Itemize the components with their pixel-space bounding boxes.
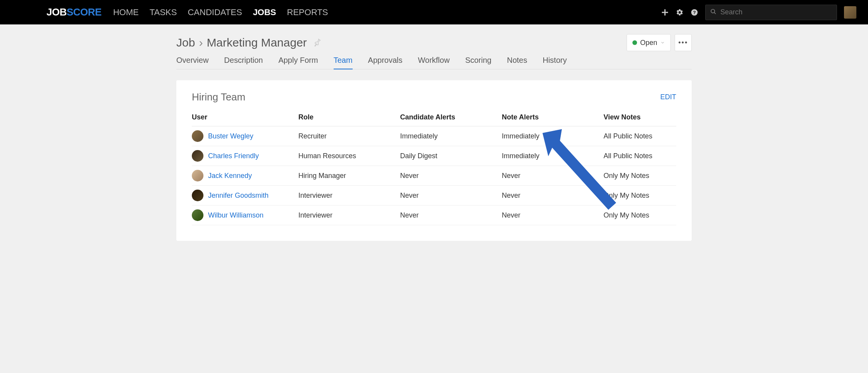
more-button[interactable]: •••: [675, 34, 692, 51]
breadcrumb-root[interactable]: Job: [176, 36, 195, 49]
status-label: Open: [640, 39, 657, 47]
user-link[interactable]: Wilbur Williamson: [208, 211, 264, 219]
column-header: Role: [298, 110, 400, 126]
cell-view-notes: Only My Notes: [604, 186, 677, 205]
status-dropdown[interactable]: Open: [627, 34, 671, 51]
search-icon: [710, 9, 716, 16]
cell-view-notes: All Public Notes: [604, 146, 677, 166]
cell-note-alerts: Immediately: [502, 126, 604, 146]
user-cell: Charles Friendly: [192, 146, 298, 166]
user-avatar-icon: [192, 209, 203, 221]
gear-icon[interactable]: [676, 9, 684, 16]
tab-overview[interactable]: Overview: [176, 56, 208, 69]
plus-icon[interactable]: [661, 9, 669, 16]
logo-part1: JOB: [46, 6, 67, 18]
tab-scoring[interactable]: Scoring: [465, 56, 491, 69]
cell-candidate-alerts: Never: [400, 205, 502, 225]
tabs: OverviewDescriptionApply FormTeamApprova…: [176, 56, 692, 69]
table-row: Jack KennedyHiring ManagerNeverNeverOnly…: [192, 166, 676, 186]
card-title: Hiring Team: [192, 91, 245, 103]
tab-workflow[interactable]: Workflow: [418, 56, 450, 69]
status-dot-icon: [632, 40, 637, 45]
breadcrumb-actions: Open •••: [627, 34, 692, 51]
table-row: Wilbur WilliamsonInterviewerNeverNeverOn…: [192, 205, 676, 225]
cell-role: Hiring Manager: [298, 166, 400, 186]
cell-note-alerts: Never: [502, 205, 604, 225]
tab-apply-form[interactable]: Apply Form: [278, 56, 318, 69]
column-header: Note Alerts: [502, 110, 604, 126]
logo[interactable]: JOBSCORE: [46, 6, 102, 18]
cell-note-alerts: Never: [502, 166, 604, 186]
user-avatar-icon: [192, 170, 203, 181]
card-header: Hiring Team EDIT: [192, 91, 676, 103]
cell-role: Human Resources: [298, 146, 400, 166]
topbar-right: ?: [661, 5, 856, 20]
user-cell: Jennifer Goodsmith: [192, 186, 298, 205]
nav-links: HOMETASKSCANDIDATESJOBSREPORTS: [113, 7, 328, 17]
nav-link-tasks[interactable]: TASKS: [150, 7, 177, 17]
table-row: Charles FriendlyHuman ResourcesDaily Dig…: [192, 146, 676, 166]
breadcrumb-row: Job › Marketing Manager Open •••: [176, 34, 692, 56]
user-link[interactable]: Jack Kennedy: [208, 172, 252, 180]
cell-view-notes: All Public Notes: [604, 126, 677, 146]
tab-notes[interactable]: Notes: [507, 56, 527, 69]
hiring-team-card: Hiring Team EDIT UserRoleCandidate Alert…: [176, 80, 692, 241]
pin-icon[interactable]: [313, 36, 322, 49]
tab-history[interactable]: History: [542, 56, 567, 69]
column-header: View Notes: [604, 110, 677, 126]
user-avatar[interactable]: [844, 6, 856, 19]
cell-candidate-alerts: Never: [400, 166, 502, 186]
column-header: User: [192, 110, 298, 126]
table-row: Buster WegleyRecruiterImmediatelyImmedia…: [192, 126, 676, 146]
nav-link-jobs[interactable]: JOBS: [253, 7, 276, 17]
user-cell: Buster Wegley: [192, 126, 298, 146]
user-link[interactable]: Jennifer Goodsmith: [208, 192, 269, 200]
user-avatar-icon: [192, 150, 203, 162]
cell-candidate-alerts: Never: [400, 186, 502, 205]
cell-role: Recruiter: [298, 126, 400, 146]
page-container: Job › Marketing Manager Open ••• Overvie…: [176, 24, 692, 241]
svg-rect-1: [662, 12, 668, 13]
tab-approvals[interactable]: Approvals: [368, 56, 403, 69]
user-cell: Jack Kennedy: [192, 166, 298, 186]
hiring-team-table: UserRoleCandidate AlertsNote AlertsView …: [192, 110, 676, 225]
edit-link[interactable]: EDIT: [660, 93, 676, 101]
svg-line-5: [714, 12, 716, 14]
svg-point-4: [711, 9, 715, 13]
breadcrumb-current: Marketing Manager: [207, 36, 307, 49]
column-header: Candidate Alerts: [400, 110, 502, 126]
chevron-down-icon: [660, 39, 665, 47]
user-link[interactable]: Charles Friendly: [208, 152, 259, 160]
logo-part2: SCORE: [67, 6, 102, 18]
tab-team[interactable]: Team: [334, 56, 353, 69]
nav-link-home[interactable]: HOME: [113, 7, 139, 17]
tab-description[interactable]: Description: [224, 56, 263, 69]
nav-link-reports[interactable]: REPORTS: [287, 7, 328, 17]
cell-candidate-alerts: Daily Digest: [400, 146, 502, 166]
svg-text:?: ?: [693, 10, 696, 15]
cell-view-notes: Only My Notes: [604, 205, 677, 225]
cell-role: Interviewer: [298, 205, 400, 225]
table-row: Jennifer GoodsmithInterviewerNeverNeverO…: [192, 186, 676, 205]
breadcrumb: Job › Marketing Manager: [176, 36, 322, 49]
cell-view-notes: Only My Notes: [604, 166, 677, 186]
user-link[interactable]: Buster Wegley: [208, 132, 253, 140]
cell-note-alerts: Never: [502, 186, 604, 205]
user-cell: Wilbur Williamson: [192, 205, 298, 225]
search-input[interactable]: [720, 8, 832, 16]
nav-link-candidates[interactable]: CANDIDATES: [188, 7, 242, 17]
cell-role: Interviewer: [298, 186, 400, 205]
search-box[interactable]: [705, 5, 837, 20]
user-avatar-icon: [192, 190, 203, 201]
chevron-right-icon: ›: [199, 36, 203, 49]
help-icon[interactable]: ?: [691, 9, 698, 16]
cell-candidate-alerts: Immediately: [400, 126, 502, 146]
top-nav: JOBSCORE HOMETASKSCANDIDATESJOBSREPORTS …: [0, 0, 868, 24]
cell-note-alerts: Immediately: [502, 146, 604, 166]
user-avatar-icon: [192, 130, 203, 142]
